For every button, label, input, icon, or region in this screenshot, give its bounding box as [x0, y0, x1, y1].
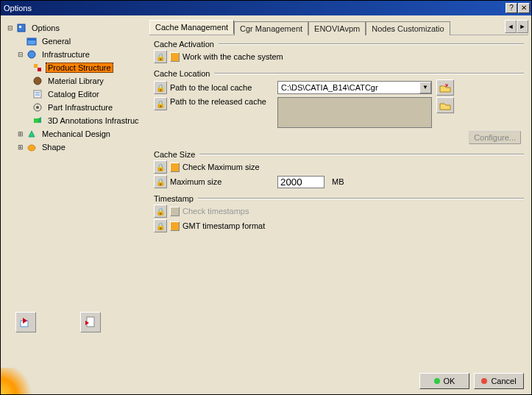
tree-label: Mechanical Design [40, 129, 113, 139]
tab-scroll-left[interactable]: ◄ [505, 20, 517, 33]
options-window: Options ? ✕ ⊟ Options General ⊟ [0, 0, 532, 395]
cancel-button[interactable]: Cancel [474, 373, 524, 389]
label-local-cache-path: Path to the local cache [170, 83, 277, 92]
options-tree[interactable]: ⊟ Options General ⊟ Infrastructure Produ… [4, 18, 146, 335]
tree-item-infrastructure[interactable]: ⊟ Infrastructure [7, 48, 146, 61]
combo-value: C:\DS\CATIA_B14\CATCgr [278, 83, 419, 92]
window-title: Options [4, 4, 506, 13]
lock-icon[interactable]: 🔒 [154, 175, 167, 188]
group-title-activation: Cache Activation [154, 40, 214, 49]
panel-cache-management: Cache Activation 🔒 Work with the cache s… [149, 35, 528, 365]
material-library-icon [32, 75, 43, 87]
tree-label: General [40, 36, 73, 46]
tab-cache-management[interactable]: Cache Management [149, 20, 234, 34]
label-work-with-cache: Work with the cache system [182, 52, 283, 61]
tree-label: Options [29, 23, 62, 33]
mechanical-icon [26, 128, 38, 140]
ok-button[interactable]: OK [419, 373, 469, 389]
label-gmt-format: GMT timestamp format [182, 221, 265, 230]
tree-item-mechanical-design[interactable]: ⊞ Mechanical Design [7, 127, 146, 140]
svg-rect-13 [34, 118, 38, 123]
checkbox-gmt-format[interactable] [170, 221, 180, 231]
general-icon [26, 35, 38, 47]
cancel-icon [481, 378, 487, 384]
folder-icon [439, 100, 451, 110]
label-check-max-size: Check Maximum size [182, 163, 260, 171]
titlebar: Options ? ✕ [1, 1, 531, 15]
folder-open-icon [439, 82, 451, 93]
ok-label: OK [444, 377, 455, 385]
checkbox-check-max-size[interactable] [170, 163, 180, 172]
lock-icon[interactable]: 🔒 [154, 160, 167, 174]
tree-item-product-structure[interactable]: Product Structure [7, 61, 146, 74]
tree-label: Catalog Editor [46, 89, 102, 99]
tab-cgr-management[interactable]: Cgr Management [234, 21, 308, 35]
lock-icon[interactable]: 🔒 [154, 50, 167, 63]
tree-label: Shape [40, 142, 68, 152]
tree-item-3d-annotations[interactable]: 3D Annotations Infrastruc [7, 114, 146, 127]
tree-item-shape[interactable]: ⊞ Shape [7, 140, 146, 154]
lock-icon[interactable]: 🔒 [154, 204, 167, 218]
export-button[interactable] [80, 312, 101, 332]
svg-rect-1 [19, 26, 21, 28]
infrastructure-icon [26, 49, 38, 60]
options-icon [15, 22, 27, 34]
svg-point-4 [28, 51, 35, 58]
tree-label: 3D Annotations Infrastruc [46, 115, 141, 126]
svg-point-7 [34, 77, 41, 85]
label-max-size: Maximum size [170, 177, 277, 186]
catalog-editor-icon [32, 88, 43, 100]
configure-button: Configure... [469, 131, 521, 144]
group-title-size: Cache Size [154, 150, 195, 159]
checkbox-check-timestamps [170, 207, 180, 216]
browse-released-cache-button[interactable] [436, 97, 454, 113]
tree-label: Part Infrastructure [46, 102, 115, 113]
product-structure-icon [32, 62, 43, 74]
help-button[interactable]: ? [506, 3, 517, 13]
svg-rect-3 [27, 38, 36, 40]
combo-local-cache-path[interactable]: C:\DS\CATIA_B14\CATCgr ▼ [277, 81, 432, 94]
lock-icon[interactable]: 🔒 [154, 97, 167, 110]
lock-icon[interactable]: 🔒 [154, 81, 167, 94]
group-title-timestamp: Timestamp [154, 194, 194, 203]
tab-enoviavpm[interactable]: ENOVIAvpm [308, 21, 366, 35]
tree-label: Infrastructure [40, 49, 92, 60]
svg-point-12 [36, 106, 39, 109]
tab-scroll-right[interactable]: ► [517, 20, 528, 33]
checkbox-work-with-cache[interactable] [170, 52, 180, 62]
shape-icon [26, 141, 38, 153]
label-released-cache-path: Path to the released cache [170, 97, 277, 106]
ok-icon [434, 378, 440, 384]
listbox-released-cache-path[interactable] [277, 97, 432, 128]
tree-label-selected: Product Structure [46, 63, 113, 73]
group-title-location: Cache Location [154, 69, 210, 78]
reset-button[interactable] [15, 312, 36, 332]
tabs: Cache Management Cgr Management ENOVIAvp… [149, 20, 505, 34]
svg-rect-16 [87, 317, 94, 327]
label-check-timestamps: Check timestamps [182, 207, 249, 216]
tree-item-catalog-editor[interactable]: Catalog Editor [7, 88, 146, 101]
svg-point-14 [28, 145, 35, 151]
close-button[interactable]: ✕ [518, 3, 530, 13]
tree-item-material-library[interactable]: Material Library [7, 74, 146, 88]
lock-icon[interactable]: 🔒 [154, 219, 167, 232]
tree-item-general[interactable]: General [7, 35, 146, 48]
svg-rect-5 [34, 64, 38, 68]
tree-item-part-infrastructure[interactable]: Part Infrastructure [7, 101, 146, 114]
export-icon [83, 315, 98, 330]
annotations-icon [32, 115, 43, 127]
browse-local-cache-button[interactable] [436, 79, 454, 96]
part-infrastructure-icon [32, 102, 43, 113]
label-unit: MB [332, 177, 344, 186]
tree-item-options[interactable]: ⊟ Options [7, 21, 146, 35]
tree-label: Material Library [46, 76, 106, 86]
chevron-down-icon[interactable]: ▼ [419, 82, 431, 93]
input-max-size[interactable] [277, 176, 324, 188]
tab-nodes-customization[interactable]: Nodes Customizatio [366, 21, 450, 35]
reset-icon [18, 315, 33, 330]
svg-rect-6 [38, 68, 41, 71]
cancel-label: Cancel [491, 377, 516, 385]
svg-rect-8 [34, 90, 41, 98]
